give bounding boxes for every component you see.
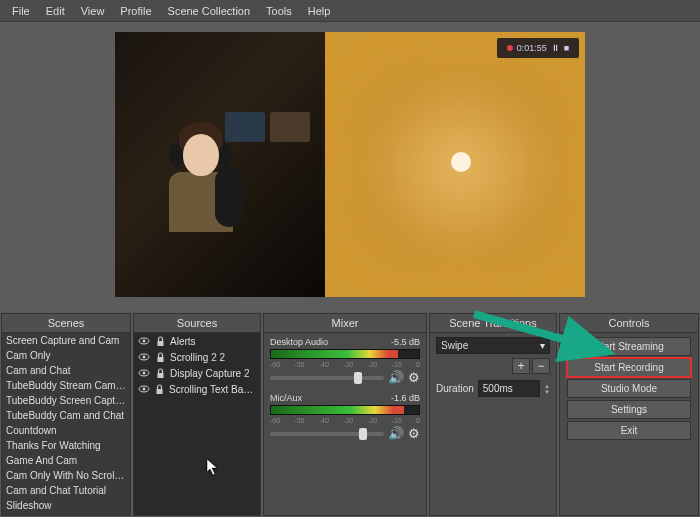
source-item[interactable]: Scrolling 2 2 <box>134 349 260 365</box>
svg-point-7 <box>143 372 146 375</box>
vu-meter <box>270 405 420 415</box>
duration-stepper[interactable]: ▲▼ <box>544 383 550 395</box>
channel-db: -5.5 dB <box>391 337 420 347</box>
preview-canvas[interactable]: 0:01:55 ⏸ ■ <box>115 32 585 297</box>
scene-item[interactable]: TubeBuddy Screen Capture and <box>2 393 130 408</box>
pause-icon: ⏸ <box>551 43 560 53</box>
svg-rect-2 <box>157 341 163 346</box>
duration-label: Duration <box>436 383 474 394</box>
channel-db: -1.6 dB <box>391 393 420 403</box>
controls-panel: Controls Start StreamingStart RecordingS… <box>559 313 699 516</box>
scenes-list[interactable]: Screen Capture and CamCam OnlyCam and Ch… <box>2 333 130 515</box>
sources-list[interactable]: AlertsScrolling 2 2Display Capture 2Scro… <box>134 333 260 515</box>
source-label: Scrolling 2 2 <box>170 352 225 363</box>
visibility-icon[interactable] <box>138 351 150 363</box>
scene-item[interactable]: Cam Only With No Scrolling <box>2 468 130 483</box>
vu-meter <box>270 349 420 359</box>
lock-icon[interactable] <box>154 367 166 379</box>
mixer-channel: Mic/Aux-1.6 dB-60-50-40-30-20-100🔊⚙ <box>264 389 426 445</box>
unlock-icon[interactable] <box>154 335 166 347</box>
settings-button[interactable]: Settings <box>567 400 691 419</box>
source-label: Alerts <box>170 336 196 347</box>
add-transition-button[interactable]: + <box>512 358 530 374</box>
start-streaming-button[interactable]: Start Streaming <box>567 337 691 356</box>
visibility-icon[interactable] <box>138 335 150 347</box>
scene-item[interactable]: TubeBuddy Stream Cam Only <box>2 378 130 393</box>
source-item[interactable]: Display Capture 2 <box>134 365 260 381</box>
scenes-panel: Scenes Screen Capture and CamCam OnlyCam… <box>1 313 131 516</box>
scene-item[interactable]: Game And Cam <box>2 453 130 468</box>
menu-edit[interactable]: Edit <box>38 2 73 20</box>
svg-rect-11 <box>157 389 163 394</box>
scene-item[interactable]: Countdown <box>2 423 130 438</box>
menu-view[interactable]: View <box>73 2 113 20</box>
speaker-icon[interactable]: 🔊 <box>388 370 404 385</box>
svg-point-1 <box>143 340 146 343</box>
visibility-icon[interactable] <box>138 367 150 379</box>
studio-mode-button[interactable]: Studio Mode <box>567 379 691 398</box>
menubar: FileEditViewProfileScene CollectionTools… <box>0 0 700 22</box>
speaker-icon[interactable]: 🔊 <box>388 426 404 441</box>
scene-item[interactable]: Slideshow <box>2 498 130 513</box>
transition-select[interactable]: Swipe ▾ <box>436 337 550 354</box>
source-item[interactable]: Scrolling Text Background <box>134 381 260 397</box>
webcam-feed <box>115 32 325 297</box>
scene-item[interactable]: Thanks For Watching <box>2 438 130 453</box>
volume-slider[interactable] <box>270 432 384 436</box>
transitions-panel: Scene Transitions Swipe ▾ + − Duration 5… <box>429 313 557 516</box>
mixer-channel: Desktop Audio-5.5 dB-60-50-40-30-20-100🔊… <box>264 333 426 389</box>
remove-transition-button[interactable]: − <box>532 358 550 374</box>
transitions-body: Swipe ▾ + − Duration 500ms ▲▼ <box>430 333 556 515</box>
menu-file[interactable]: File <box>4 2 38 20</box>
svg-point-10 <box>143 388 146 391</box>
scenes-header: Scenes <box>2 314 130 333</box>
exit-button[interactable]: Exit <box>567 421 691 440</box>
volume-slider[interactable] <box>270 376 384 380</box>
preview-area: 0:01:55 ⏸ ■ <box>0 22 700 312</box>
channel-name: Mic/Aux <box>270 393 302 403</box>
scene-item[interactable]: Cam Only <box>2 348 130 363</box>
scene-item[interactable]: TubeBuddy Cam and Chat <box>2 408 130 423</box>
svg-rect-8 <box>157 373 163 378</box>
transitions-header: Scene Transitions <box>430 314 556 333</box>
record-indicator-icon <box>507 45 513 51</box>
chevron-down-icon: ▾ <box>540 340 545 351</box>
mixer-header: Mixer <box>264 314 426 333</box>
scene-item[interactable]: YTCH Interview <box>2 513 130 515</box>
source-item[interactable]: Alerts <box>134 333 260 349</box>
source-label: Scrolling Text Background <box>169 384 256 395</box>
lock-icon[interactable] <box>154 351 166 363</box>
scene-item[interactable]: Cam and Chat Tutorial <box>2 483 130 498</box>
scene-item[interactable]: Cam and Chat <box>2 363 130 378</box>
svg-rect-5 <box>157 357 163 362</box>
mixer-panel: Mixer Desktop Audio-5.5 dB-60-50-40-30-2… <box>263 313 427 516</box>
gear-icon[interactable]: ⚙ <box>408 426 420 441</box>
visibility-icon[interactable] <box>138 383 150 395</box>
menu-help[interactable]: Help <box>300 2 339 20</box>
duration-input[interactable]: 500ms <box>478 380 540 397</box>
sources-header: Sources <box>134 314 260 333</box>
lock-icon[interactable] <box>154 383 165 395</box>
svg-point-4 <box>143 356 146 359</box>
source-label: Display Capture 2 <box>170 368 249 379</box>
scene-item[interactable]: Screen Capture and Cam <box>2 333 130 348</box>
controls-header: Controls <box>560 314 698 333</box>
sources-panel: Sources AlertsScrolling 2 2Display Captu… <box>133 313 261 516</box>
menu-tools[interactable]: Tools <box>258 2 300 20</box>
timer-value: 0:01:55 <box>517 43 547 53</box>
cursor-icon <box>206 458 220 479</box>
discord-overlay <box>325 32 585 297</box>
menu-scene-collection[interactable]: Scene Collection <box>160 2 259 20</box>
channel-name: Desktop Audio <box>270 337 328 347</box>
bottom-panels: Scenes Screen Capture and CamCam OnlyCam… <box>0 312 700 517</box>
start-recording-button[interactable]: Start Recording <box>567 358 691 377</box>
gear-icon[interactable]: ⚙ <box>408 370 420 385</box>
recording-timer: 0:01:55 ⏸ ■ <box>497 38 579 58</box>
mixer-body: Desktop Audio-5.5 dB-60-50-40-30-20-100🔊… <box>264 333 426 515</box>
controls-body: Start StreamingStart RecordingStudio Mod… <box>560 333 698 515</box>
stop-icon: ■ <box>564 43 569 53</box>
menu-profile[interactable]: Profile <box>112 2 159 20</box>
